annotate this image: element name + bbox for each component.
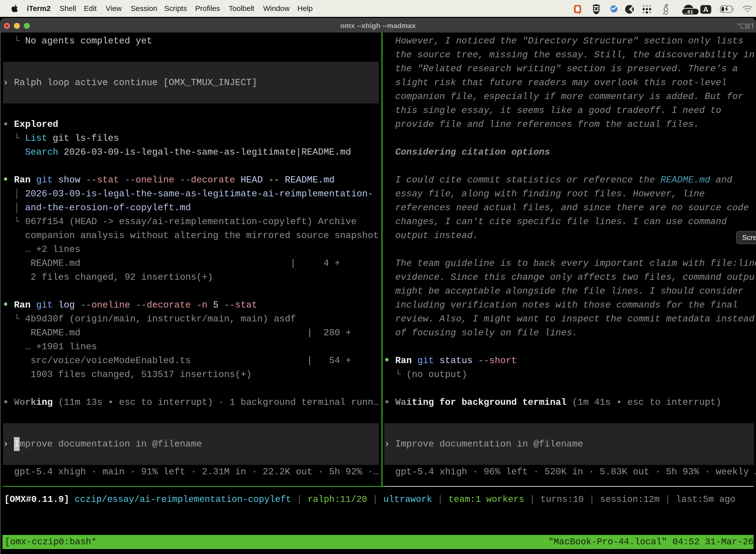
svg-text:..61: ..61 (685, 9, 693, 15)
svg-text:A: A (703, 5, 708, 13)
